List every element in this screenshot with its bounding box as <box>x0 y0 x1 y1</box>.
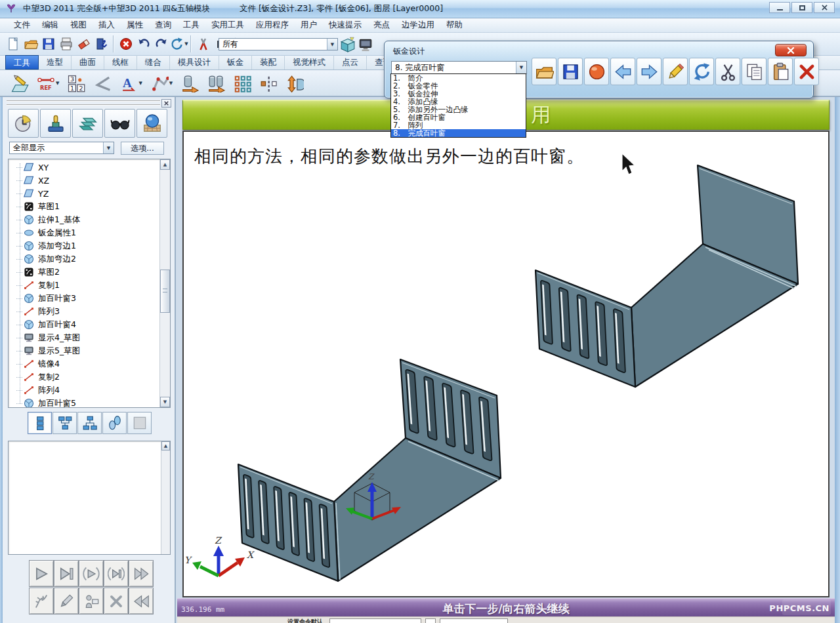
menu-item[interactable]: 应用程序 <box>250 20 295 31</box>
grid-312-button[interactable]: 312 <box>67 74 85 92</box>
back-button[interactable] <box>610 58 635 85</box>
menu-item[interactable]: 亮点 <box>368 20 396 31</box>
tree-item[interactable]: 添加弯边1 <box>9 239 157 252</box>
tree-item[interactable]: XZ <box>9 174 157 187</box>
step-option[interactable]: 4. 添加凸缘 <box>391 98 526 106</box>
menu-item[interactable]: 查询 <box>149 20 177 31</box>
menu-item[interactable]: 实用工具 <box>205 20 250 31</box>
chevron-down-icon[interactable]: ▼ <box>184 41 188 47</box>
step-option[interactable]: 7. 阵列 <box>391 121 526 129</box>
detail-listbox[interactable]: ▲ <box>8 441 171 555</box>
ribbon-tab[interactable]: 造型 <box>39 55 72 70</box>
glasses-button[interactable] <box>104 109 135 138</box>
open-file-button[interactable] <box>532 58 556 85</box>
tree-item[interactable]: 复制2 <box>9 371 157 384</box>
pencil-button[interactable] <box>54 588 79 614</box>
erase-button[interactable] <box>75 35 93 53</box>
fast-forward-button[interactable] <box>129 560 154 587</box>
menu-item[interactable]: 插入 <box>93 20 121 31</box>
menu-item[interactable]: 帮助 <box>440 20 469 31</box>
tree-item[interactable]: 钣金属性1 <box>9 226 157 239</box>
save-button[interactable] <box>39 35 57 53</box>
ref-line-button[interactable]: REF▼ <box>37 74 59 92</box>
scroll-up-icon[interactable]: ▲ <box>161 441 170 451</box>
menu-item[interactable]: 快速提示 <box>323 20 368 31</box>
regenerate-button[interactable]: ▼ <box>170 35 188 53</box>
shaded-view-button[interactable] <box>339 35 356 53</box>
sketch-plane-button[interactable] <box>10 74 29 92</box>
tools-button[interactable] <box>194 35 212 53</box>
step-option[interactable]: 1. 简介 <box>391 74 526 82</box>
tree-item[interactable]: YZ <box>9 187 157 200</box>
ribbon-tab[interactable]: 缝合 <box>137 55 170 70</box>
step-option[interactable]: 5. 添加另外一边凸缘 <box>391 106 526 113</box>
step-option[interactable]: 8. 完成百叶窗 <box>391 129 526 137</box>
extrude-flange-double-button[interactable] <box>207 74 225 92</box>
scroll-down-icon[interactable]: ▼ <box>160 397 170 407</box>
listbox-scrollbar[interactable]: ▲ <box>161 441 170 554</box>
maximize-button[interactable] <box>791 2 812 13</box>
steps-button[interactable] <box>102 412 127 434</box>
record-button[interactable] <box>584 58 609 85</box>
stamp-button[interactable] <box>40 109 71 138</box>
paste-button[interactable] <box>768 58 793 85</box>
extrude-flange-button[interactable] <box>180 74 199 92</box>
pattern-dots-button[interactable] <box>233 74 251 92</box>
play-to-end-button[interactable] <box>54 560 79 587</box>
tree-item[interactable]: 加百叶窗3 <box>9 292 157 305</box>
tree-item[interactable]: 镜像4 <box>9 357 157 371</box>
ribbon-tab[interactable]: 模具设计 <box>170 55 219 70</box>
tree-item[interactable]: 显示4_草图 <box>9 331 157 344</box>
sheet-metal-part-left[interactable] <box>238 359 501 581</box>
tree-item[interactable]: 阵列4 <box>9 384 157 397</box>
exit-button[interactable] <box>93 35 110 53</box>
panel-close-button[interactable] <box>161 99 171 108</box>
blank-button[interactable] <box>127 412 152 434</box>
ribbon-tab[interactable]: 线框 <box>104 55 137 70</box>
step-option[interactable]: 3. 钣金拉伸 <box>391 90 526 98</box>
cancel-button[interactable] <box>104 588 129 614</box>
render-sphere-button[interactable] <box>136 109 167 138</box>
step-option[interactable]: 2. 钣金零件 <box>391 82 526 90</box>
menu-item[interactable]: 边学边用 <box>396 20 440 31</box>
chevron-down-icon[interactable]: ▼ <box>138 81 142 86</box>
angle-lines-button[interactable] <box>93 74 112 92</box>
chevron-down-icon[interactable]: ▼ <box>103 142 114 153</box>
footer-toggle[interactable] <box>425 618 436 623</box>
menu-item[interactable]: 编辑 <box>36 20 64 31</box>
menu-item[interactable]: 属性 <box>121 20 149 31</box>
play-loop-step-button[interactable] <box>104 560 129 587</box>
play-button[interactable] <box>29 560 54 587</box>
ribbon-tab[interactable]: 曲面 <box>72 55 104 70</box>
menu-item[interactable]: 文件 <box>8 20 36 31</box>
print-button[interactable] <box>57 35 75 53</box>
chevron-down-icon[interactable]: ▼ <box>327 39 337 50</box>
new-file-button[interactable] <box>4 35 22 53</box>
tree-item[interactable]: 草图2 <box>9 266 157 279</box>
undo-button[interactable] <box>135 35 152 53</box>
rewind-button[interactable] <box>129 588 154 614</box>
scroll-up-icon[interactable]: ▲ <box>160 159 170 170</box>
model-viewport[interactable]: 相同的方法，相同的参数做出另外一边的百叶窗。 <box>182 131 830 597</box>
pick-filter-combo[interactable]: 所有 ▼ <box>219 38 338 50</box>
footer-input[interactable] <box>440 618 508 623</box>
tree-item[interactable]: 草图1 <box>9 200 157 213</box>
scrollbar-thumb[interactable] <box>160 270 170 313</box>
tree-item[interactable]: 拉伸1_基体 <box>9 213 157 226</box>
refresh-button[interactable] <box>689 58 714 85</box>
menu-item[interactable]: 用户 <box>295 20 323 31</box>
layers-button[interactable] <box>72 109 103 138</box>
ribbon-tab[interactable]: 点云 <box>334 55 367 70</box>
stop-button[interactable] <box>117 35 135 53</box>
mirror-parts-button[interactable] <box>259 74 278 92</box>
tree-view-button[interactable] <box>52 412 77 434</box>
menu-item[interactable]: 工具 <box>177 20 205 31</box>
tree-scrollbar[interactable]: ▲ ▼ <box>159 159 170 407</box>
history-button[interactable] <box>8 109 39 138</box>
chevron-down-icon[interactable]: ▼ <box>169 81 173 86</box>
close-button[interactable] <box>814 2 835 13</box>
tree-item[interactable]: 阵列3 <box>9 305 157 318</box>
text-A-button[interactable]: A▼ <box>119 74 142 92</box>
ribbon-tab[interactable]: 视觉样式 <box>285 55 334 70</box>
tree-item[interactable]: 加百叶窗4 <box>9 318 157 331</box>
